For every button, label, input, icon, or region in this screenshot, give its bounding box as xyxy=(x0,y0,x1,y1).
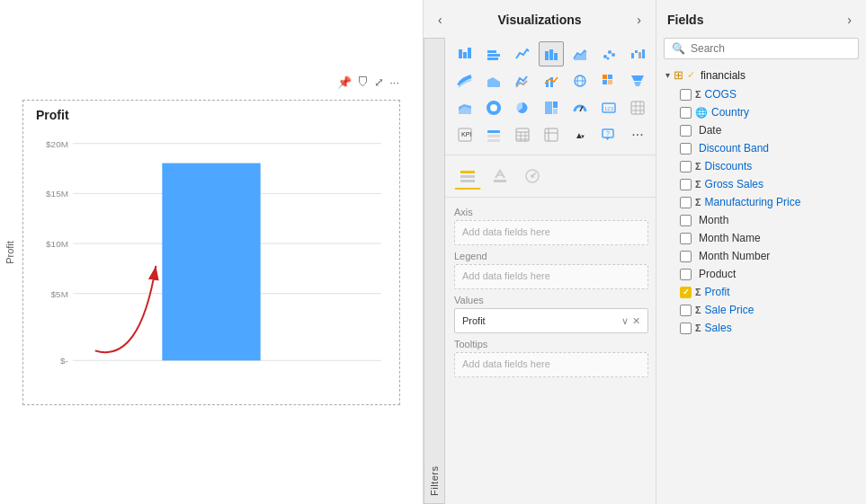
legend-drop[interactable]: Add data fields here xyxy=(454,264,648,289)
svg-text:?: ? xyxy=(606,130,610,137)
viz-icon-scatter[interactable] xyxy=(596,41,621,66)
fields-nav-next[interactable]: › xyxy=(844,9,855,31)
filters-tab[interactable]: Filters xyxy=(424,38,445,504)
viz-icon-ribbon[interactable] xyxy=(452,68,478,93)
build-format-btn[interactable] xyxy=(487,163,513,190)
svg-point-25 xyxy=(607,57,610,60)
export-icon[interactable]: ⤢ xyxy=(374,75,384,89)
viz-icon-matrix2[interactable] xyxy=(539,122,564,147)
field-name-manufacturing-price: Manufacturing Price xyxy=(705,196,801,208)
more-icon[interactable]: ··· xyxy=(389,75,399,89)
checkbox-gross-sales[interactable] xyxy=(680,179,692,190)
svg-text:▼: ▼ xyxy=(580,134,585,139)
list-item-gross-sales[interactable]: Σ Gross Sales xyxy=(660,175,862,193)
field-name-sales: Sales xyxy=(705,322,732,334)
values-field-value[interactable]: Profit ∨ ✕ xyxy=(454,308,648,333)
viz-icon-heatmap[interactable] xyxy=(596,68,621,93)
axis-drop[interactable]: Add data fields here xyxy=(454,220,648,245)
tooltips-drop[interactable]: Add data fields here xyxy=(454,352,648,377)
list-item-cogs[interactable]: Σ COGS xyxy=(660,85,862,103)
viz-icon-card[interactable]: 123 xyxy=(596,95,621,120)
svg-rect-48 xyxy=(553,109,558,114)
list-item-discounts[interactable]: Σ Discounts xyxy=(660,157,862,175)
viz-icon-decomp[interactable]: ▲▼ xyxy=(567,122,593,147)
viz-icon-funnel[interactable] xyxy=(625,68,650,93)
viz-icon-row-2 xyxy=(452,68,650,93)
list-item-date[interactable]: Date xyxy=(660,121,862,139)
svg-point-24 xyxy=(612,53,615,57)
viz-nav-prev[interactable]: ‹ xyxy=(434,9,446,31)
list-item-product[interactable]: Product xyxy=(660,265,862,283)
search-input[interactable] xyxy=(691,42,851,55)
viz-icon-donut[interactable] xyxy=(481,95,506,120)
list-item-month-number[interactable]: Month Number xyxy=(660,247,862,265)
viz-icon-treemap[interactable] xyxy=(539,95,564,120)
values-remove-icon[interactable]: ✕ xyxy=(632,315,640,327)
checkbox-sales[interactable] xyxy=(680,323,692,334)
checkbox-profit[interactable]: ✓ xyxy=(680,287,692,298)
checkbox-discounts[interactable] xyxy=(680,161,692,172)
field-name-month: Month xyxy=(699,214,728,226)
viz-icon-column-chart[interactable] xyxy=(539,41,564,66)
svg-rect-46 xyxy=(545,102,552,114)
build-analytics-btn[interactable] xyxy=(519,163,546,190)
viz-header-title: Visualizations xyxy=(497,13,581,27)
search-box[interactable]: 🔍 xyxy=(664,38,859,59)
svg-text:123: 123 xyxy=(604,106,614,111)
list-item-month[interactable]: Month xyxy=(660,211,862,229)
svg-rect-13 xyxy=(463,52,467,58)
list-item-sale-price[interactable]: Σ Sale Price xyxy=(660,301,862,319)
list-item-month-name[interactable]: Month Name xyxy=(660,229,862,247)
viz-nav-next[interactable]: › xyxy=(633,9,645,31)
values-expand-icon[interactable]: ∨ xyxy=(621,315,629,327)
viz-icon-map[interactable] xyxy=(567,68,593,93)
list-item-manufacturing-price[interactable]: Σ Manufacturing Price xyxy=(660,193,862,211)
viz-icon-kpi[interactable]: KPI xyxy=(452,122,478,147)
field-name-country: Country xyxy=(711,106,749,119)
checkbox-product[interactable] xyxy=(680,269,692,280)
viz-icon-area2[interactable] xyxy=(481,68,506,93)
viz-icon-qa[interactable]: ? xyxy=(596,122,621,147)
viz-icon-row-3: 123 xyxy=(452,95,650,120)
checkbox-cogs[interactable] xyxy=(680,89,692,101)
viz-icon-line2[interactable] xyxy=(510,68,535,93)
viz-icon-area[interactable] xyxy=(567,41,593,66)
viz-icon-combo[interactable] xyxy=(539,68,564,93)
svg-text:$5M: $5M xyxy=(51,288,68,298)
svg-rect-59 xyxy=(487,130,500,133)
list-item-profit[interactable]: ✓ Σ Profit xyxy=(660,283,862,301)
checkbox-month-number[interactable] xyxy=(680,251,692,262)
field-name-month-name: Month Name xyxy=(699,232,761,244)
checkbox-discount-band[interactable] xyxy=(680,143,692,155)
viz-icon-line[interactable] xyxy=(510,41,535,66)
list-item-sales[interactable]: Σ Sales xyxy=(660,319,862,337)
checkbox-month-name[interactable] xyxy=(680,233,692,244)
pin-icon[interactable]: 📌 xyxy=(337,75,352,89)
svg-rect-60 xyxy=(487,135,500,137)
fields-panel: Fields › 🔍 ▾ ⊞ ✓ financials Σ COGS 🌐 xyxy=(656,0,866,504)
field-well-tooltips: Tooltips Add data fields here xyxy=(454,339,648,377)
globe-icon-country: 🌐 xyxy=(695,107,708,119)
viz-icon-more[interactable]: ··· xyxy=(625,122,650,147)
build-fields-btn[interactable] xyxy=(454,163,481,190)
viz-icon-matrix[interactable] xyxy=(625,95,650,120)
viz-icon-slicer[interactable] xyxy=(481,122,506,147)
filter-icon[interactable]: ⛉ xyxy=(357,75,369,89)
fields-table-header[interactable]: ▾ ⊞ ✓ financials xyxy=(660,65,862,85)
list-item-country[interactable]: 🌐 Country xyxy=(660,103,862,121)
viz-icon-bar[interactable] xyxy=(481,41,506,66)
checkbox-month[interactable] xyxy=(680,215,692,226)
checkbox-country[interactable] xyxy=(680,107,692,119)
viz-icon-pie[interactable] xyxy=(510,95,535,120)
checkbox-manufacturing-price[interactable] xyxy=(680,197,692,208)
field-name-discount-band: Discount Band xyxy=(699,142,769,155)
checkbox-sale-price[interactable] xyxy=(680,305,692,316)
checkbox-date[interactable] xyxy=(680,125,692,137)
viz-icon-stacked-area[interactable] xyxy=(452,95,478,120)
list-item-discount-band[interactable]: Discount Band xyxy=(660,139,862,157)
viz-icon-stacked-bar[interactable] xyxy=(452,41,478,66)
viz-icon-waterfall[interactable] xyxy=(625,41,650,66)
viz-icon-table[interactable] xyxy=(510,122,535,147)
viz-icon-gauge[interactable] xyxy=(567,95,593,120)
sigma-icon-gross-sales: Σ xyxy=(695,179,701,190)
